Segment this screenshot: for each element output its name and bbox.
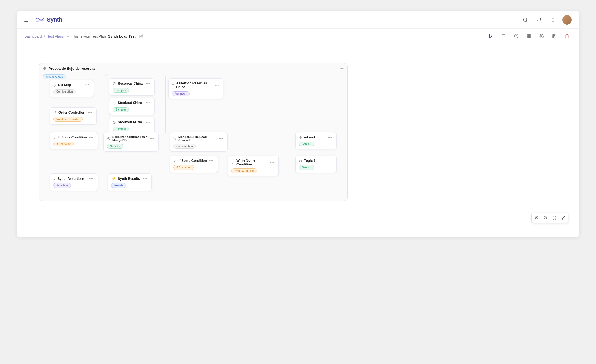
reservas-china-node: ⊙ Reservas China ••• Sampler	[109, 78, 155, 96]
reservas-china-badge: Sampler	[113, 88, 129, 93]
db-step-icon: ◇	[53, 83, 56, 87]
synth-assertions-title: Synth Assertions	[57, 177, 84, 181]
if-condition2-menu[interactable]: •••	[209, 159, 214, 163]
search-button[interactable]	[521, 15, 530, 24]
zoom-out-button[interactable]	[542, 214, 549, 222]
stockout-china-title: Stockout China	[118, 101, 142, 105]
menu-icon[interactable]	[24, 18, 30, 22]
serializar-title: Serializar confirmados a MongoDB	[112, 135, 149, 142]
app-container: Synth Dashboard	[0, 0, 596, 364]
more-options-button[interactable]	[549, 15, 557, 24]
layout-button[interactable]	[524, 31, 534, 41]
expand-button[interactable]	[559, 214, 567, 222]
group-menu-button[interactable]: •••	[339, 66, 344, 71]
serializar-icon: ⊙	[107, 136, 110, 141]
assertion-reservas-menu[interactable]: •••	[214, 83, 219, 87]
while-condition-title: While Some Condition	[236, 159, 269, 166]
stockout-rusia-title: Stockout Rusia	[118, 120, 142, 124]
reservas-china-menu[interactable]: •••	[145, 81, 150, 86]
breadcrumb-bar: Dashboard / Test Plans → This is your Te…	[17, 29, 579, 44]
mongodb-title: MongoDB File Load Generator	[178, 135, 218, 142]
db-step-title: DB Step	[58, 83, 71, 87]
if-condition-badge: If Controller	[53, 142, 74, 146]
stockout-china-badge: Sampler	[113, 107, 129, 112]
canvas-area: ⚙ Prueba de flujo de reservas ••• Thread…	[17, 44, 579, 237]
stockout-rusia-icon: ⊙	[113, 120, 116, 124]
svg-point-0	[523, 18, 527, 21]
synth-assertions-menu[interactable]: •••	[89, 176, 94, 181]
synth-results-node: ⚡ Synth Results ••• Results	[108, 173, 152, 191]
svg-rect-9	[529, 34, 531, 36]
notifications-button[interactable]	[535, 15, 544, 24]
svg-point-4	[553, 21, 553, 22]
svg-rect-10	[529, 36, 531, 38]
mongodb-menu[interactable]: •••	[218, 136, 223, 141]
mload-node: ⊙ mLoad ••• Samp...	[295, 132, 337, 149]
svg-point-2	[553, 18, 553, 19]
serializar-menu[interactable]: •••	[149, 136, 155, 141]
mongodb-header: ◇ MongoDB File Load Generator •••	[173, 135, 223, 142]
while-condition-badge: While Controller	[231, 168, 257, 173]
reservas-china-icon: ⊙	[113, 81, 116, 86]
group-badge: Thread Group	[43, 74, 66, 79]
synth-assertions-badge: Assertion	[53, 183, 71, 188]
svg-marker-5	[489, 34, 492, 38]
user-avatar[interactable]	[562, 15, 572, 25]
stockout-china-header: ⊙ Stockout China •••	[113, 101, 150, 105]
delete-button[interactable]	[562, 31, 572, 41]
breadcrumb-arrow: →	[66, 34, 70, 38]
if-condition-menu[interactable]: •••	[89, 135, 94, 140]
db-step-menu[interactable]: •••	[84, 83, 90, 87]
zoom-in-button[interactable]	[533, 214, 541, 222]
topic1-badge: Samp...	[299, 165, 314, 170]
synth-results-menu[interactable]: •••	[142, 176, 148, 181]
header-right	[521, 15, 572, 25]
db-step-node: ◇ DB Step ••• Configuration	[50, 80, 94, 97]
stockout-china-icon: ⊙	[113, 101, 116, 105]
svg-rect-6	[502, 34, 505, 38]
flow-container: ⚙ Prueba de flujo de reservas ••• Thread…	[22, 49, 574, 229]
if-condition2-icon: ↙	[173, 159, 177, 163]
svg-line-38	[562, 218, 563, 219]
svg-line-31	[538, 219, 538, 220]
svg-line-1	[526, 21, 527, 22]
mongodb-icon: ◇	[173, 136, 176, 141]
if-condition-icon: ↙	[53, 135, 57, 140]
group-icon: ⚙	[43, 66, 46, 71]
svg-line-37	[563, 216, 565, 218]
stockout-rusia-node: ⊙ Stockout Rusia ••• Sampler	[109, 117, 155, 134]
order-controller-title: Order Controller	[58, 111, 84, 114]
schedule-button[interactable]	[512, 31, 521, 41]
assertion-reservas-icon: ≡	[172, 83, 174, 87]
synth-assertions-header: ≡ Synth Assertions •••	[53, 176, 94, 181]
edit-plan-name-button[interactable]	[138, 33, 145, 39]
mload-icon: ⊙	[299, 135, 302, 140]
mload-title: mLoad	[304, 135, 315, 139]
mload-menu[interactable]: •••	[327, 135, 332, 140]
if-condition2-header: ↙ If Some Condition •••	[173, 159, 214, 163]
svg-line-35	[546, 219, 547, 220]
stockout-rusia-menu[interactable]: •••	[145, 120, 150, 124]
breadcrumb-test-plans[interactable]: Test Plans	[47, 34, 64, 38]
mload-header: ⊙ mLoad •••	[299, 135, 332, 140]
run-button[interactable]	[486, 31, 496, 41]
assertion-reservas-node: ≡ Assertion Reservas China ••• Assertion	[168, 78, 223, 99]
topic1-node: ⊙ Topic 1 Samp...	[295, 156, 337, 173]
settings-button[interactable]	[537, 31, 546, 41]
assertion-reservas-badge: Assertion	[172, 91, 190, 96]
synth-assertions-icon: ≡	[53, 176, 55, 181]
assertion-reservas-title: Assertion Reservas China	[176, 81, 214, 89]
breadcrumb-dashboard[interactable]: Dashboard	[24, 34, 42, 38]
if-condition2-badge: If Controller	[173, 165, 194, 170]
stockout-china-menu[interactable]: •••	[145, 101, 150, 105]
while-condition-header: ↙ While Some Condition •••	[231, 159, 275, 166]
logo-icon	[35, 17, 45, 23]
fit-view-button[interactable]	[550, 214, 558, 222]
while-condition-menu[interactable]: •••	[269, 160, 275, 165]
stop-button[interactable]	[499, 31, 508, 41]
breadcrumb: Dashboard / Test Plans → This is your Te…	[24, 33, 145, 39]
order-controller-menu[interactable]: •••	[87, 110, 92, 115]
mload-badge: Samp...	[299, 142, 314, 146]
save-button[interactable]	[550, 31, 559, 41]
synth-results-title: Synth Results	[118, 177, 140, 181]
